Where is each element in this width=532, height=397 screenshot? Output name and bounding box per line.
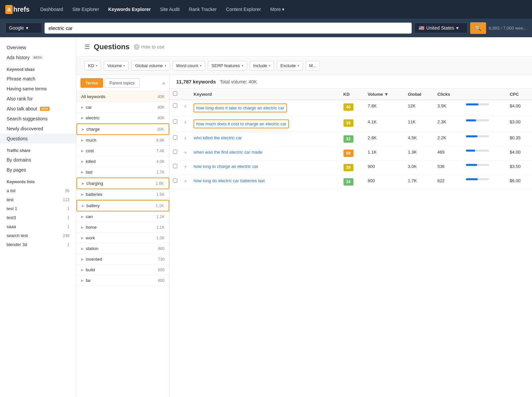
row-checkbox[interactable] [173,150,177,154]
sidebar-item-by-domains[interactable]: By domains [0,155,76,165]
row-checkbox[interactable] [173,164,177,168]
sidebar-item-by-pages[interactable]: By pages [0,165,76,175]
nav-dashboard[interactable]: Dashboard [36,4,67,15]
top-navigation: a hrefs Dashboard Site Explorer Keywords… [0,0,532,19]
term-all-keywords[interactable]: All keywords 40K [76,91,169,102]
list-item-3[interactable]: test3 1 [0,213,76,222]
chevron-right-icon: ▶ [81,116,84,120]
filter-volume[interactable]: Volume ▾ [104,61,129,70]
keywords-table: Keyword KD Volume ▼ Global Clicks CPC [170,89,532,189]
filter-more[interactable]: M... [306,61,320,70]
filter-word-count[interactable]: Word count ▾ [173,61,205,70]
nav-site-audit[interactable]: Site Audit [156,4,184,15]
row-volume-cell: 800 [364,175,405,189]
add-keyword-button[interactable]: + [184,119,187,125]
chevron-right-icon: ▶ [81,236,84,240]
list-item-0[interactable]: a list 56 [0,186,76,195]
th-cpc[interactable]: CPC [506,89,532,100]
term-electric[interactable]: ▶ electric 40K [76,113,169,123]
keyword-link[interactable]: how long to charge an electric car [194,164,258,169]
th-kd[interactable]: KD [340,89,364,100]
term-charging[interactable]: ▶ charging 1.6K [76,178,169,189]
list-item-4[interactable]: saaa 1 [0,222,76,231]
nav-keywords-explorer[interactable]: Keywords Explorer [104,4,155,15]
filter-serp-features[interactable]: SERP features ▾ [208,61,247,70]
list-item-2[interactable]: test 1 1 [0,204,76,213]
add-keyword-button[interactable]: + [184,150,187,155]
add-keyword-button[interactable]: + [184,178,187,184]
collapse-panel-button[interactable]: « [162,80,165,86]
chevron-down-icon: ▾ [282,7,284,12]
term-station[interactable]: ▶ station 980 [76,243,169,254]
select-all-checkbox[interactable] [173,91,177,96]
sidebar-item-questions[interactable]: Questions [0,134,76,144]
filter-include[interactable]: Include ▾ [250,61,274,70]
th-volume[interactable]: Volume ▼ [364,89,405,100]
term-last[interactable]: ▶ last 1.7K [76,167,169,178]
keyword-link[interactable]: who killed the electric car [194,135,242,140]
nav-more[interactable]: More ▾ [266,4,288,15]
nav-rank-tracker[interactable]: Rank Tracker [185,4,220,15]
add-keyword-button[interactable]: + [184,135,187,141]
term-work[interactable]: ▶ work 1.0K [76,233,169,243]
help-text: How to use [141,44,165,50]
row-checkbox[interactable] [173,135,177,140]
term-home[interactable]: ▶ home 1.1K [76,222,169,233]
help-button[interactable]: ? How to use [134,44,165,50]
th-global[interactable]: Global [405,89,434,100]
term-build[interactable]: ▶ build 650 [76,265,169,275]
search-input[interactable] [45,23,412,34]
nav-site-explorer[interactable]: Site Explorer [68,4,103,15]
row-volume-cell: 2.8K [364,132,405,146]
search-button[interactable]: 🔍 [470,22,486,34]
tab-terms[interactable]: Terms [80,78,103,88]
add-keyword-button[interactable]: + [184,164,187,170]
term-much[interactable]: ▶ much 8.9K [76,135,169,146]
chevron-right-icon: ▶ [81,193,84,196]
keyword-link[interactable]: how long does it take to charge an elect… [196,105,284,110]
nav-content-explorer[interactable]: Content Explorer [222,4,265,15]
sidebar-item-same-terms[interactable]: Having same terms [0,84,76,94]
tab-parent-topics[interactable]: Parent topics [104,78,140,88]
term-battery[interactable]: ▶ battery 1.1K [76,200,169,211]
row-clicks-cell: 2.2K [434,132,463,146]
sidebar-item-ads-history[interactable]: Ads history BETA [0,53,76,63]
term-batteries[interactable]: ▶ batteries 1.5K [76,189,169,200]
term-can[interactable]: ▶ can 1.1K [76,211,169,222]
filter-kd[interactable]: KD ▾ [84,61,101,70]
list-item-5[interactable]: search test 249 [0,231,76,240]
row-checkbox-cell [170,100,181,116]
kd-badge: 34 [343,178,353,186]
sidebar-item-overview[interactable]: Overview [0,43,76,53]
term-killed[interactable]: ▶ killed 4.0K [76,156,169,167]
term-charge[interactable]: ▶ charge 20K [76,123,169,135]
list-item-6[interactable]: blender 3d 1 [0,240,76,249]
th-clicks[interactable]: Clicks [434,89,463,100]
term-far[interactable]: ▶ far 650 [76,275,169,286]
engine-select[interactable]: Google ▾ [5,23,42,33]
keyword-link[interactable]: when was the first electric car made [194,150,262,155]
keyword-link[interactable]: how much does it cost to charge an elect… [196,121,286,126]
sidebar-item-also-rank[interactable]: Also rank for [0,94,76,104]
chevron-right-icon: ▶ [82,127,84,131]
filter-global-volume[interactable]: Global volume ▾ [131,61,170,70]
row-checkbox[interactable] [173,178,177,183]
hamburger-icon[interactable]: ☰ [84,43,90,51]
sidebar-item-also-talk[interactable]: Also talk about NEW [0,104,76,114]
logo[interactable]: a hrefs [5,5,30,14]
keyword-link[interactable]: how long do electric car batteries last [194,178,265,183]
row-checkbox[interactable] [173,119,177,124]
sidebar-item-newly-discovered[interactable]: Newly discovered [0,124,76,134]
sidebar-item-phrase-match[interactable]: Phrase match [0,74,76,84]
filter-exclude[interactable]: Exclude ▾ [277,61,303,70]
sidebar-section-keywords-lists: Keywords lists [0,175,76,186]
country-select[interactable]: 🇺🇸 United States ▾ [414,23,467,33]
term-car[interactable]: ▶ car 40K [76,102,169,113]
sidebar-item-search-suggestions[interactable]: Search suggestions [0,114,76,124]
row-checkbox[interactable] [173,103,177,108]
term-invented[interactable]: ▶ invented 730 [76,254,169,265]
row-volume-cell: 900 [364,161,405,175]
term-cost[interactable]: ▶ cost 7.4K [76,146,169,156]
add-keyword-button[interactable]: + [184,103,187,109]
list-item-1[interactable]: test 113 [0,195,76,204]
